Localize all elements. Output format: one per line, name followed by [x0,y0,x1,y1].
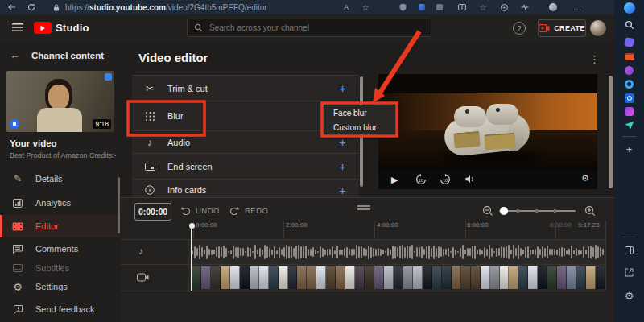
search-box[interactable] [187,19,431,37]
gear-icon: ⚙ [0,281,35,293]
zoom-slider-knob[interactable] [500,207,508,215]
add-sidebar-item-icon[interactable]: + [623,143,635,155]
browser-essentials-icon[interactable] [520,0,530,14]
back-arrow-icon: ← [10,49,20,61]
sidebar-scrollbar[interactable] [118,177,120,233]
favorite-star-icon[interactable]: ☆ [361,0,370,14]
add-tab-icon[interactable]: + [499,0,509,14]
add-audio-icon[interactable]: + [339,135,346,149]
redo-label: REDO [245,206,268,215]
audio-track-icon: ♪ [138,246,143,257]
ruler-tick: 4:00:00 [377,221,398,229]
split-screen-icon[interactable] [457,0,467,14]
sidebar-item-label: Send feedback [35,304,94,314]
timeline-resize-handle[interactable] [357,205,370,207]
redo-button[interactable]: REDO [229,206,268,215]
redo-icon [229,206,240,215]
sidebar-item-settings[interactable]: ⚙ Settings [0,275,121,298]
zoom-in-icon[interactable] [584,205,596,217]
browser-address-bar-row: https://studio.youtube.com/video/2G4tb5m… [0,0,614,14]
designer-icon[interactable] [623,105,635,118]
loop-icon[interactable] [623,78,635,90]
playhead[interactable] [191,225,192,291]
screen: https://studio.youtube.com/video/2G4tb5m… [0,0,644,322]
browser-profile-avatar[interactable] [547,0,559,14]
outlook-icon[interactable] [623,92,635,104]
volume-icon[interactable] [465,175,476,184]
tools-icon[interactable] [623,51,635,63]
create-label: CREATE [554,24,585,32]
extension-2-icon[interactable] [435,0,444,14]
collections-star-icon[interactable]: ☆ [478,0,488,14]
forward-10-icon[interactable]: 10 [440,174,451,185]
play-icon[interactable]: ▶ [391,175,398,185]
panel-icon[interactable] [623,244,635,256]
thumbnail-body [37,108,82,132]
ruler-tick: 2:00:00 [286,221,308,229]
sidebar-item-editor[interactable]: Editor [0,215,121,237]
send-plane-icon[interactable] [623,119,635,131]
edge-sidebar: + ⚙ [614,0,644,322]
search-icon [194,23,203,32]
kebab-menu-icon[interactable]: ⋮ [589,53,600,65]
browser-back-icon[interactable] [6,0,18,14]
open-link-icon[interactable] [623,266,635,279]
thumbnail-face [48,85,69,109]
add-trim-icon[interactable]: + [339,81,346,95]
menu-item-custom-blur[interactable]: Custom blur [324,120,395,134]
menu-hamburger-icon[interactable] [12,23,23,32]
youtube-logo[interactable] [34,22,52,34]
people-icon[interactable] [623,64,635,76]
editor-options-panel: ✂ Trim & cut + Blur ♪ Audio + [132,75,359,200]
create-button[interactable]: CREATE [538,19,586,37]
shield-icon[interactable] [398,0,407,14]
browser-more-icon[interactable]: … [572,0,583,14]
search-icon[interactable] [623,19,635,31]
video-filmstrip[interactable] [192,266,605,289]
option-end-screen[interactable]: End screen + [132,154,359,180]
add-info-card-icon[interactable]: + [339,184,346,197]
sidebar-item-analytics[interactable]: Analytics [0,192,121,214]
thumbnail-flag-icon [105,73,112,80]
scissors-icon: ✂ [132,83,167,94]
add-end-screen-icon[interactable]: + [339,159,346,173]
audio-waveform[interactable] [192,242,605,262]
copilot-icon[interactable] [623,2,635,14]
address-bar[interactable]: https://studio.youtube.com/video/2G4tb5m… [53,0,267,14]
help-button[interactable]: ? [513,22,526,35]
option-label: Info cards [167,185,206,195]
player-settings-gear-icon[interactable]: ⚙ [581,173,589,184]
zoom-out-icon[interactable] [482,205,493,217]
timecode-box[interactable]: 0:00:00 [134,203,171,221]
video-thumbnail[interactable]: 9:18 [6,71,114,132]
option-audio[interactable]: ♪ Audio + [132,131,359,154]
sidebar-item-send-feedback[interactable]: Send feedback [0,298,121,320]
feedback-icon [0,305,35,314]
studio-sidebar: ← Channel content 9:18 Your video Best P… [0,42,121,322]
channel-avatar[interactable] [590,20,606,36]
browser-refresh-icon[interactable] [26,0,37,14]
blur-icon [132,111,167,122]
page-scrollbar[interactable] [609,76,613,188]
info-icon [132,185,167,195]
duration-badge: 9:18 [93,119,111,129]
undo-button[interactable]: UNDO [180,206,220,215]
undo-icon [180,206,191,215]
video-title: Your video [10,138,57,148]
settings-gear-icon[interactable]: ⚙ [623,290,635,302]
option-trim-cut[interactable]: ✂ Trim & cut + [132,76,359,101]
back-to-channel-content[interactable]: ← Channel content [10,49,104,61]
shopping-icon[interactable] [623,36,635,48]
extension-1-icon[interactable] [417,0,427,14]
url-scheme: https:// [65,3,89,12]
sidebar-item-details[interactable]: ✎ Details [0,167,121,190]
sidebar-item-label: Analytics [35,198,71,208]
immersive-reader-icon[interactable]: A [341,0,351,14]
playhead-knob[interactable] [189,223,195,229]
comments-icon [0,245,35,254]
video-preview[interactable]: ▶ 10 10 ⚙ [378,74,597,189]
svg-text:10: 10 [419,178,423,183]
replay-10-icon[interactable]: 10 [415,174,427,185]
menu-item-face-blur[interactable]: Face blur [324,105,395,120]
search-input[interactable] [209,23,411,32]
